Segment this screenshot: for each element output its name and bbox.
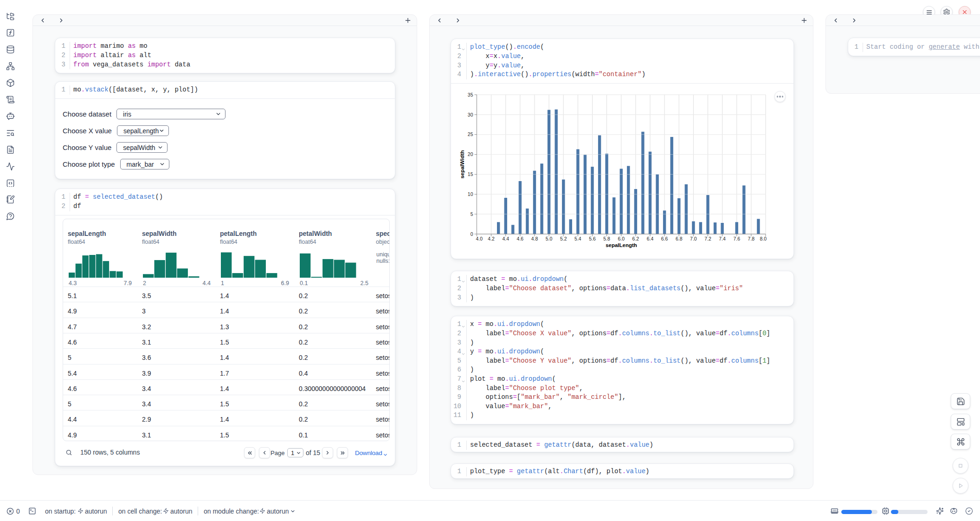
- svg-text:7.0: 7.0: [690, 236, 697, 241]
- svg-text:4.0: 4.0: [476, 236, 483, 241]
- svg-text:6.0: 6.0: [618, 236, 625, 241]
- svg-text:0: 0: [471, 231, 473, 237]
- svg-text:5.2: 5.2: [560, 236, 567, 241]
- svg-text:20: 20: [468, 151, 473, 157]
- svg-text:sepalLength: sepalLength: [606, 242, 637, 248]
- svg-text:6.8: 6.8: [676, 236, 683, 241]
- svg-text:4.6: 4.6: [517, 236, 524, 241]
- svg-text:8.0: 8.0: [760, 236, 767, 241]
- svg-text:7.4: 7.4: [719, 236, 726, 241]
- svg-text:sepalWidth: sepalWidth: [459, 150, 465, 178]
- svg-text:25: 25: [468, 131, 473, 137]
- svg-text:6.2: 6.2: [632, 236, 639, 241]
- svg-text:5.6: 5.6: [589, 236, 596, 241]
- svg-text:7.2: 7.2: [704, 236, 711, 241]
- svg-text:30: 30: [468, 112, 473, 117]
- svg-text:5: 5: [471, 211, 473, 217]
- svg-text:4.4: 4.4: [502, 236, 509, 241]
- svg-text:7.6: 7.6: [733, 236, 740, 241]
- svg-text:4.2: 4.2: [488, 236, 495, 241]
- svg-text:10: 10: [468, 191, 473, 197]
- svg-text:5.8: 5.8: [603, 236, 610, 241]
- svg-text:6.6: 6.6: [661, 236, 668, 241]
- svg-text:15: 15: [468, 171, 473, 177]
- svg-text:35: 35: [468, 92, 473, 98]
- svg-text:5.0: 5.0: [546, 236, 553, 241]
- svg-text:7.8: 7.8: [748, 236, 755, 241]
- svg-text:5.4: 5.4: [574, 236, 581, 241]
- svg-text:4.8: 4.8: [531, 236, 538, 241]
- svg-text:6.4: 6.4: [647, 236, 654, 241]
